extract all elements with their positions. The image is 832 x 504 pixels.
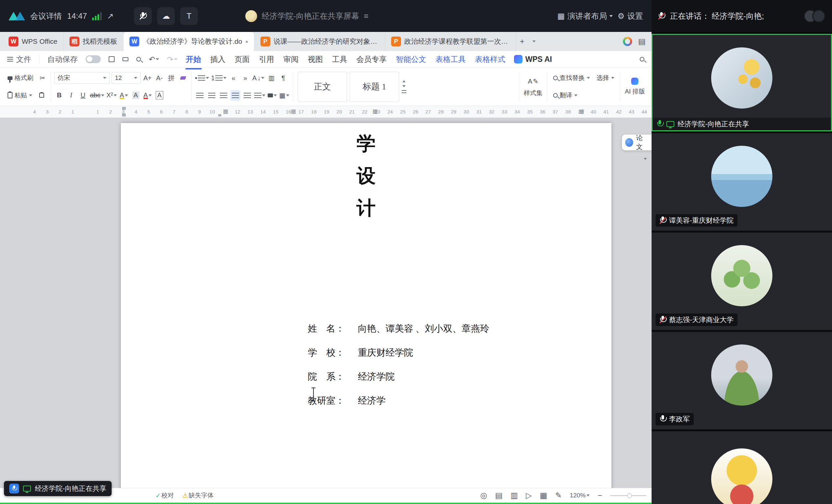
print-preview-button[interactable] bbox=[136, 57, 141, 61]
copy-button[interactable] bbox=[36, 90, 46, 101]
proofing-button[interactable]: ✓校对 bbox=[155, 491, 174, 500]
line-spacing-button[interactable] bbox=[254, 90, 265, 101]
decrease-font-button[interactable]: A- bbox=[154, 73, 164, 83]
zoom-level-button[interactable]: 120% bbox=[570, 492, 590, 499]
meeting-details-button[interactable]: 会议详情 bbox=[30, 11, 62, 21]
highlight-color-button[interactable]: A bbox=[119, 90, 129, 101]
hanging-indent-marker[interactable] bbox=[122, 113, 126, 116]
menu-item[interactable]: 工具 bbox=[332, 53, 348, 66]
align-left-button[interactable] bbox=[195, 90, 205, 101]
open-external-icon[interactable]: ↗ bbox=[107, 12, 113, 20]
panel-header-avatars[interactable] bbox=[804, 9, 825, 23]
wps-ai-button[interactable]: WPS AI bbox=[514, 55, 552, 64]
menu-item[interactable]: 智能公文 bbox=[395, 53, 427, 66]
share-indicator-pill[interactable]: 经济学院-向艳正在共享 bbox=[4, 481, 112, 496]
bullet-list-button[interactable]: • bbox=[195, 73, 209, 83]
settings-button[interactable]: ⚙ 设置 bbox=[617, 11, 643, 21]
font-name-select[interactable]: 仿宋 bbox=[54, 72, 110, 84]
redo-button[interactable]: ↷ bbox=[167, 55, 177, 64]
text-direction-button[interactable]: A↓ bbox=[252, 73, 264, 83]
show-marks-button[interactable]: ¶ bbox=[278, 73, 288, 83]
style-normal[interactable]: 正文 bbox=[297, 72, 347, 102]
tab-doc-active[interactable]: W 《政治经济学》导论教学设计.do ● bbox=[124, 32, 255, 51]
char-shading-button[interactable]: A bbox=[131, 90, 140, 101]
eye-protect-icon[interactable]: ◎ bbox=[480, 492, 487, 499]
page-view-icon[interactable]: ▤ bbox=[495, 492, 503, 499]
menu-item[interactable]: 页面 bbox=[234, 53, 251, 66]
style-set-button[interactable]: A✎ 样式集 bbox=[520, 69, 547, 104]
fullscreen-icon[interactable]: ▦ bbox=[540, 492, 548, 499]
menu-item[interactable]: 表格工具 bbox=[435, 53, 467, 66]
translate-button[interactable]: 翻译 bbox=[551, 90, 580, 101]
menu-item[interactable]: 插入 bbox=[210, 53, 226, 66]
menu-item[interactable]: 表格样式 bbox=[474, 53, 506, 66]
participant-tile[interactable]: 谭美容-重庆财经学院 bbox=[652, 133, 832, 231]
save-button[interactable] bbox=[109, 56, 114, 62]
tab-ppt-2[interactable]: P 政治经济学课程教学联盟第一次集体 bbox=[385, 32, 516, 51]
increase-font-button[interactable]: A+ bbox=[142, 73, 152, 83]
italic-button[interactable]: I bbox=[66, 90, 76, 101]
align-center-button[interactable] bbox=[207, 90, 217, 101]
bold-button[interactable]: B bbox=[54, 90, 64, 101]
paper-assistant-button[interactable]: 论文 bbox=[622, 135, 652, 150]
undo-button[interactable]: ↶ bbox=[149, 55, 159, 64]
play-icon[interactable]: ▷ bbox=[526, 492, 532, 499]
participant-tile-active[interactable]: 经济学院-向艳正在共享 bbox=[652, 34, 832, 131]
edit-pen-icon[interactable]: ✎ bbox=[555, 492, 562, 499]
menu-item[interactable]: 视图 bbox=[307, 53, 323, 66]
increase-indent-button[interactable]: » bbox=[240, 73, 250, 83]
clear-format-button[interactable] bbox=[178, 73, 188, 83]
sync-status-icon[interactable] bbox=[623, 37, 632, 46]
format-painter-button[interactable]: 格式刷 bbox=[5, 73, 35, 83]
tab-list-button[interactable] bbox=[528, 40, 540, 43]
menu-item[interactable]: 引用 bbox=[258, 53, 275, 66]
first-line-indent-marker[interactable] bbox=[122, 107, 126, 110]
ruler-table-marker[interactable]: ▦ bbox=[223, 108, 228, 115]
file-menu-button[interactable]: 文件 bbox=[7, 54, 31, 64]
read-mode-icon[interactable]: ▥ bbox=[510, 492, 518, 499]
columns-button[interactable]: ▥ bbox=[266, 73, 276, 83]
participant-tile[interactable]: 李政军 bbox=[652, 332, 832, 429]
strikethrough-button[interactable]: abc bbox=[90, 90, 104, 101]
queue-icon[interactable]: ≡ bbox=[364, 12, 368, 20]
find-replace-button[interactable]: 查找替换 bbox=[551, 73, 592, 83]
ruler-table-marker[interactable]: ▦ bbox=[579, 108, 584, 115]
zoom-slider[interactable] bbox=[610, 495, 646, 496]
horizontal-ruler[interactable]: 4321123456789101213141516171819202122232… bbox=[0, 106, 652, 118]
network-status-icon[interactable]: T bbox=[180, 7, 198, 25]
search-button[interactable] bbox=[640, 57, 644, 61]
align-right-button[interactable] bbox=[218, 90, 229, 101]
ruler-table-marker[interactable]: ▦ bbox=[372, 108, 378, 115]
document-page[interactable]: 学 设 计 姓 名：向艳、谭美容 、刘小双、章燕玲 学 校：重庆财经学院 院 系… bbox=[121, 123, 612, 488]
cloud-storage-icon[interactable]: ☁ bbox=[157, 7, 175, 25]
numbered-list-button[interactable]: 1 bbox=[211, 73, 227, 83]
participant-tile[interactable]: 蔡志强-天津商业大学 bbox=[652, 232, 832, 330]
collapse-chevron-icon[interactable] bbox=[644, 158, 647, 160]
menu-item[interactable]: 审阅 bbox=[283, 53, 299, 66]
cut-button[interactable]: ✂ bbox=[37, 73, 47, 83]
new-tab-button[interactable]: + bbox=[516, 37, 528, 46]
borders-button[interactable]: ▦ bbox=[279, 90, 289, 101]
autosave-toggle[interactable] bbox=[86, 55, 101, 63]
select-button[interactable]: 选择 bbox=[594, 73, 617, 83]
pinyin-guide-button[interactable]: 拼 bbox=[166, 73, 176, 83]
layout-button[interactable]: ▦ 演讲者布局 bbox=[557, 11, 613, 21]
justify-button[interactable] bbox=[231, 90, 240, 101]
shading-button[interactable] bbox=[267, 90, 277, 101]
indent-marker[interactable] bbox=[218, 114, 221, 116]
split-view-icon[interactable]: ▤ bbox=[638, 37, 646, 46]
font-color-button[interactable]: A bbox=[142, 90, 152, 101]
gallery-scroll[interactable] bbox=[402, 80, 406, 93]
menu-item[interactable]: 开始 bbox=[185, 53, 202, 66]
paste-button[interactable]: 粘贴 bbox=[5, 90, 34, 101]
ruler-table-marker[interactable]: ▦ bbox=[291, 108, 296, 115]
tab-docer-templates[interactable]: 稻 找稻壳模板 bbox=[63, 32, 124, 51]
participant-tile[interactable] bbox=[652, 431, 832, 504]
underline-button[interactable]: U bbox=[78, 90, 88, 101]
style-heading1[interactable]: 标题 1 bbox=[350, 72, 399, 102]
superscript-button[interactable]: X² bbox=[106, 90, 117, 101]
zoom-out-button[interactable]: − bbox=[598, 492, 602, 499]
tab-ppt-1[interactable]: P 说课——政治经济学的研究对象.ppt bbox=[255, 32, 385, 51]
print-button[interactable] bbox=[123, 57, 128, 61]
mic-device-icon[interactable] bbox=[134, 7, 152, 25]
